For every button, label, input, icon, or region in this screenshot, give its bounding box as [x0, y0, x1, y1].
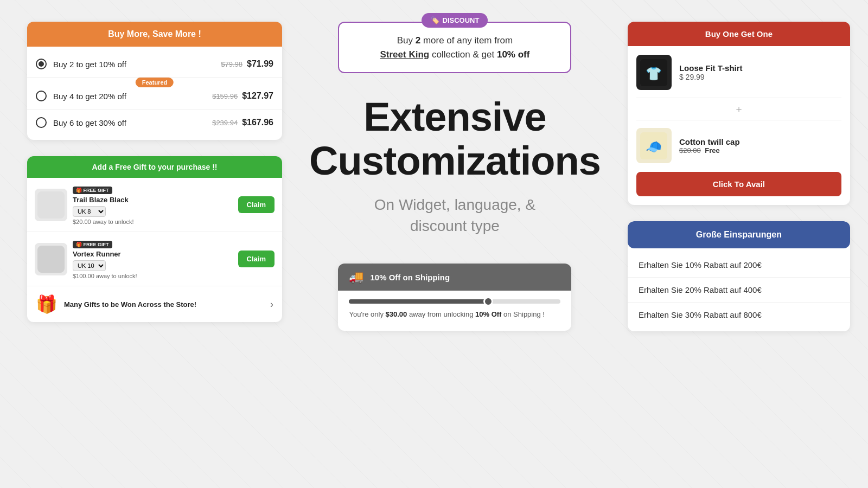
bmsm-radio-3 — [36, 117, 47, 128]
bmsm-label-1: Buy 2 to get 10% off — [53, 60, 221, 69]
gift-item-img-2: 👟 — [35, 243, 67, 275]
heading-text: Extensive Customizations — [309, 95, 601, 183]
main-heading: Extensive Customizations — [309, 95, 601, 183]
gift-size-select-1[interactable]: UK 8 UK 9 UK 10 — [73, 206, 106, 217]
shipping-desc-part2: away from unlocking — [407, 310, 475, 318]
bmsm-prices-3: $239.94 $167.96 — [212, 118, 273, 127]
free-gift-badge-2: FREE GIFT — [73, 241, 112, 248]
shipping-amount: $30.00 — [386, 310, 407, 318]
german-item-3: Erhalten Sie 30% Rabatt auf 800€ — [628, 303, 850, 327]
svg-rect-2 — [37, 246, 65, 273]
bmsm-discounted-2: $127.97 — [242, 91, 273, 101]
bogo-free-price: $20.00 Free — [679, 146, 841, 155]
shipping-header: 🚚 10% Off on Shipping — [338, 264, 571, 291]
bogo-free-info: Cotton twill cap $20.00 Free — [679, 137, 841, 155]
featured-badge: Featured — [136, 78, 174, 87]
svg-rect-0 — [37, 191, 65, 219]
bogo-product-info: Loose Fit T-shirt $ 29.99 — [679, 63, 841, 81]
shipping-progress-bar — [349, 299, 560, 304]
bmsm-radio-1 — [36, 59, 47, 69]
gift-icon: 🎁 — [36, 294, 58, 314]
bogo-divider: ＋ — [636, 98, 841, 120]
bogo-buy-product: 👕 Loose Fit T-shirt $ 29.99 — [636, 55, 841, 98]
bmsm-discounted-1: $71.99 — [247, 59, 273, 69]
shipping-desc-part1: You're only — [349, 310, 385, 318]
german-item-2: Erhalten Sie 20% Rabatt auf 400€ — [628, 278, 850, 303]
discount-text-part1: Buy — [397, 35, 416, 46]
bogo-free-img: 🧢 — [636, 128, 672, 163]
heading-line1: Extensive — [363, 94, 546, 139]
bmsm-header: Buy More, Save More ! — [27, 22, 282, 47]
bmsm-original-2: $159.96 — [212, 92, 238, 100]
bmsm-option-1[interactable]: Buy 2 to get 10% off $79.98 $71.99 — [27, 51, 282, 78]
gift-footer[interactable]: 🎁 Many Gifts to be Won Across the Store!… — [27, 286, 282, 322]
discount-brand: Street King — [380, 49, 430, 60]
bogo-free-product: 🧢 Cotton twill cap $20.00 Free — [636, 128, 841, 172]
gift-item-info-1: FREE GIFT Trail Blaze Black UK 8 UK 9 UK… — [73, 184, 233, 225]
gift-name-1: Trail Blaze Black — [73, 196, 233, 204]
gift-item-1: 👟 FREE GIFT Trail Blaze Black UK 8 UK 9 … — [27, 178, 282, 232]
bogo-product-img: 👕 — [636, 55, 672, 90]
bmsm-option-3[interactable]: Buy 6 to get 30% off $239.94 $167.96 — [27, 110, 282, 136]
bmsm-label-3: Buy 6 to get 30% off — [53, 118, 212, 127]
discount-text-part2: more of any item from — [420, 35, 513, 46]
bogo-plus-icon: ＋ — [734, 102, 744, 115]
german-items: Erhalten Sie 10% Rabatt auf 200€ Erhalte… — [628, 248, 850, 331]
free-gift-badge-1: FREE GIFT — [73, 187, 112, 194]
gift-name-2: Vortex Runner — [73, 250, 233, 258]
gift-unlock-text-1: $20.00 away to unlock! — [73, 219, 233, 225]
bmsm-widget: Buy More, Save More ! Buy 2 to get 10% o… — [27, 22, 282, 140]
right-column: Buy One Get One 👕 Loose Fit T-shirt $ 29… — [617, 22, 850, 466]
gift-item-img-1: 👟 — [35, 189, 67, 221]
bogo-product-name: Loose Fit T-shirt — [679, 63, 841, 73]
shipping-discount: 10% Off — [475, 310, 501, 318]
discount-pct: 10% off — [497, 49, 529, 60]
bmsm-label-2: Buy 4 to get 20% off — [53, 92, 212, 101]
gift-items: 👟 FREE GIFT Trail Blaze Black UK 8 UK 9 … — [27, 178, 282, 286]
svg-text:🧢: 🧢 — [646, 139, 662, 155]
discount-text-part3: collection & get — [429, 49, 497, 60]
center-column: 🏷️ DISCOUNT Buy 2 more of any item from … — [293, 22, 617, 466]
shipping-progress-fill — [349, 299, 493, 304]
discount-banner-text: Buy 2 more of any item from Street King … — [355, 34, 554, 61]
bogo-free-label: Free — [705, 146, 719, 155]
shipping-title: 10% Off on Shipping — [370, 273, 450, 282]
gift-item-info-2: FREE GIFT Vortex Runner UK 10 UK 9 UK 8 … — [73, 239, 233, 279]
gift-size-select-2[interactable]: UK 10 UK 9 UK 8 — [73, 260, 106, 271]
gift-arrow-icon: › — [270, 299, 273, 310]
heading-line2: Customizations — [309, 138, 601, 183]
discount-text-bold: 2 — [416, 35, 420, 46]
left-column: Buy More, Save More ! Buy 2 to get 10% o… — [27, 22, 293, 466]
bmsm-radio-2 — [36, 91, 47, 101]
gift-header: Add a Free Gift to your purchase !! — [27, 156, 282, 178]
bogo-free-name: Cotton twill cap — [679, 137, 841, 146]
shipping-icon: 🚚 — [349, 270, 363, 284]
gift-widget: Add a Free Gift to your purchase !! 👟 FR… — [27, 156, 282, 322]
svg-text:👕: 👕 — [646, 66, 662, 81]
bmsm-prices-2: $159.96 $127.97 — [212, 91, 273, 101]
claim-button-1[interactable]: Claim — [238, 196, 275, 213]
discount-banner: 🏷️ DISCOUNT Buy 2 more of any item from … — [338, 22, 571, 73]
bogo-product-price: $ 29.99 — [679, 73, 841, 81]
discount-tag-icon: 🏷️ — [431, 16, 439, 24]
discount-tag-label: DISCOUNT — [443, 16, 480, 24]
shipping-progress-dot — [483, 297, 493, 306]
bmsm-original-1: $79.98 — [221, 60, 242, 68]
bmsm-option-2[interactable]: Featured Buy 4 to get 20% off $159.96 $1… — [27, 83, 282, 110]
claim-button-2[interactable]: Claim — [238, 251, 275, 267]
main-subheading: On Widget, language, &discount type — [374, 194, 535, 236]
german-widget: Große Einsparungen Erhalten Sie 10% Raba… — [628, 221, 850, 331]
gift-item-2: 👟 FREE GIFT Vortex Runner UK 10 UK 9 UK … — [27, 232, 282, 286]
shipping-widget: 🚚 10% Off on Shipping You're only $30.00… — [338, 264, 571, 331]
bmsm-original-3: $239.94 — [212, 119, 238, 127]
shipping-description: You're only $30.00 away from unlocking 1… — [349, 309, 560, 320]
bogo-original-price: $20.00 — [679, 146, 701, 155]
bogo-cta-button[interactable]: Click To Avail — [636, 172, 841, 196]
shipping-desc-part3: on Shipping ! — [501, 310, 545, 318]
gift-unlock-text-2: $100.00 away to unlock! — [73, 273, 233, 279]
discount-tag: 🏷️ DISCOUNT — [422, 13, 488, 28]
bogo-body: 👕 Loose Fit T-shirt $ 29.99 ＋ — [628, 46, 850, 205]
german-item-1: Erhalten Sie 10% Rabatt auf 200€ — [628, 253, 850, 278]
bmsm-discounted-3: $167.96 — [242, 118, 273, 127]
bogo-widget: Buy One Get One 👕 Loose Fit T-shirt $ 29… — [628, 22, 850, 205]
